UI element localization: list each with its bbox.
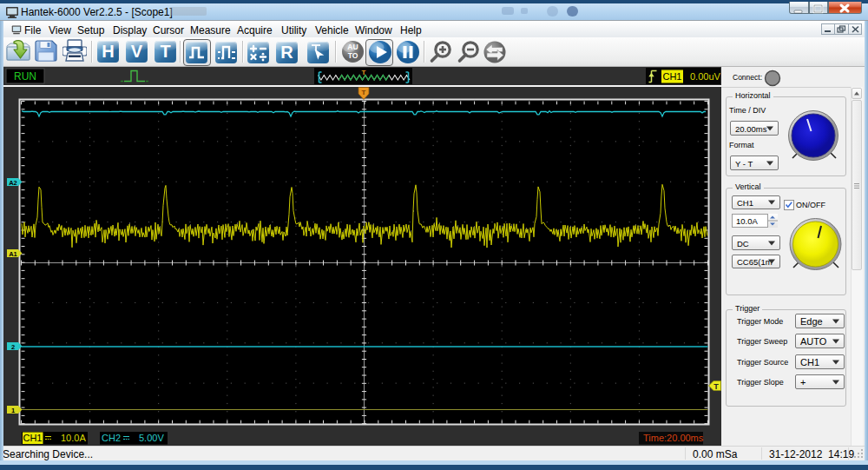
svg-text:CH2: CH2: [102, 433, 121, 443]
svg-text:CH1: CH1: [23, 433, 42, 443]
svg-text:CH1: CH1: [662, 71, 681, 82]
svg-text:T: T: [713, 382, 719, 391]
svg-text:0.00uV: 0.00uV: [690, 71, 721, 82]
svg-text:2: 2: [11, 343, 15, 351]
svg-text:T: T: [362, 89, 366, 96]
svg-text:1: 1: [11, 407, 15, 414]
svg-text:RUN: RUN: [14, 70, 36, 83]
svg-text:T: T: [362, 69, 366, 76]
svg-text:AU: AU: [347, 43, 358, 51]
svg-text:TO: TO: [348, 51, 358, 60]
svg-text:5.00V: 5.00V: [139, 433, 164, 443]
svg-text:A1: A1: [9, 250, 17, 258]
svg-text:10.0A: 10.0A: [61, 433, 86, 443]
svg-text:Time:20.00ms: Time:20.00ms: [643, 433, 704, 443]
svg-text:A2: A2: [9, 179, 17, 187]
